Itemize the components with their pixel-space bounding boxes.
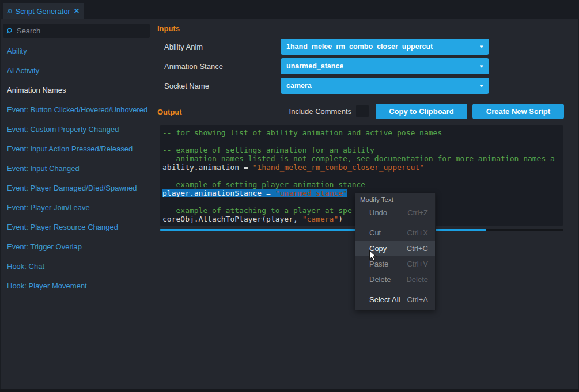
menu-shortcut: Ctrl+C [407, 244, 428, 253]
dropdown-animation-stance-value: unarmed_stance [286, 62, 343, 70]
window-edge-left [0, 0, 1, 392]
menu-shortcut: Ctrl+X [407, 229, 428, 237]
menu-item-delete: DeleteDelete [355, 272, 435, 287]
sidebar-item[interactable]: Event: Player Join/Leave [3, 198, 154, 218]
menu-shortcut: Ctrl+V [407, 260, 428, 268]
include-comments-label: Include Comments [271, 107, 351, 116]
tab-title: Script Generator [16, 7, 70, 16]
menu-shortcut: Delete [406, 275, 428, 284]
create-new-script-button[interactable]: Create New Script [472, 104, 564, 119]
chevron-down-icon: ▼ [479, 64, 484, 69]
dropdown-animation-stance[interactable]: unarmed_stance ▼ [281, 58, 489, 74]
script-generator-window: Script Generator ✕ AbilityAI ActivityAni… [0, 0, 579, 392]
sidebar-item[interactable]: Event: Button Clicked/Hovered/Unhovered [3, 100, 154, 120]
menu-separator [355, 220, 435, 225]
dropdown-ability-anim[interactable]: 1hand_melee_rm_combo_closer_uppercut ▼ [281, 39, 489, 55]
search-icon [6, 27, 14, 35]
menu-shortcut: Ctrl+Z [407, 208, 428, 217]
code-line: ability.animation = "1hand_melee_rm_comb… [162, 163, 563, 172]
script-generator-icon [7, 6, 12, 16]
modify-text-context-menu: Modify Text UndoCtrl+ZCutCtrl+XCopyCtrl+… [355, 193, 436, 310]
code-line: -- example of settings animation for an … [162, 146, 563, 154]
sidebar-item[interactable]: Event: Player Resource Changed [3, 218, 154, 237]
sidebar-item[interactable]: Event: Input Changed [3, 159, 154, 178]
sidebar-item[interactable]: Hook: Chat [3, 257, 154, 276]
copy-to-clipboard-button[interactable]: Copy to Clipboard [376, 104, 467, 119]
menu-separator [355, 287, 435, 292]
close-icon[interactable]: ✕ [74, 7, 80, 15]
sidebar-item[interactable]: Ability [3, 41, 154, 61]
menu-shortcut: Ctrl+A [407, 295, 428, 304]
sidebar-list: AbilityAI ActivityAnimation NamesEvent: … [3, 41, 154, 296]
sidebar-item[interactable]: Hook: Player Movement [3, 276, 154, 296]
selected-code-text: player.animationStance = "unarmed_stance… [162, 189, 347, 197]
chevron-down-icon: ▼ [479, 44, 484, 50]
code-line: -- animation names listed is not complet… [162, 154, 563, 163]
search-box[interactable] [3, 24, 150, 38]
dropdown-ability-anim-value: 1hand_melee_rm_combo_closer_uppercut [286, 43, 433, 51]
sidebar-item[interactable]: Event: Custom Property Changed [3, 120, 154, 139]
sidebar-item[interactable]: Event: Player Damaged/Died/Spawned [3, 178, 154, 198]
code-line: -- for showing list of ability animation… [162, 128, 563, 137]
menu-item-paste: PasteCtrl+V [355, 256, 435, 272]
field-label-socket-name: Socket Name [164, 82, 209, 91]
tab-script-generator[interactable]: Script Generator ✕ [3, 3, 84, 19]
tab-bar: Script Generator ✕ [0, 0, 579, 19]
inputs-header: Inputs [157, 24, 180, 33]
output-header: Output [157, 108, 182, 116]
field-label-animation-stance: Animation Stance [164, 62, 223, 71]
context-menu-title: Modify Text [355, 195, 435, 205]
window-edge-bottom [0, 389, 579, 392]
menu-item-undo: UndoCtrl+Z [355, 205, 435, 220]
menu-item-copy[interactable]: CopyCtrl+C [355, 241, 435, 256]
chevron-down-icon: ▼ [479, 83, 484, 89]
menu-item-select-all[interactable]: Select AllCtrl+A [355, 292, 435, 307]
code-line: -- example of setting player animation s… [162, 180, 563, 189]
sidebar-item[interactable]: AI Activity [3, 61, 154, 81]
field-label-ability-anim: Ability Anim [164, 43, 203, 52]
dropdown-socket-name-value: camera [286, 82, 312, 90]
scrollbar-thumb[interactable] [160, 229, 486, 231]
menu-item-cut: CutCtrl+X [355, 225, 435, 241]
sidebar-item[interactable]: Event: Trigger Overlap [3, 237, 154, 257]
code-line [162, 137, 563, 146]
dropdown-socket-name[interactable]: camera ▼ [281, 78, 489, 94]
search-input[interactable] [17, 26, 146, 35]
code-line [162, 172, 563, 180]
sidebar-item[interactable]: Event: Input Action Pressed/Released [3, 139, 154, 159]
include-comments-checkbox[interactable] [356, 105, 369, 117]
sidebar-item[interactable]: Animation Names [3, 81, 154, 100]
